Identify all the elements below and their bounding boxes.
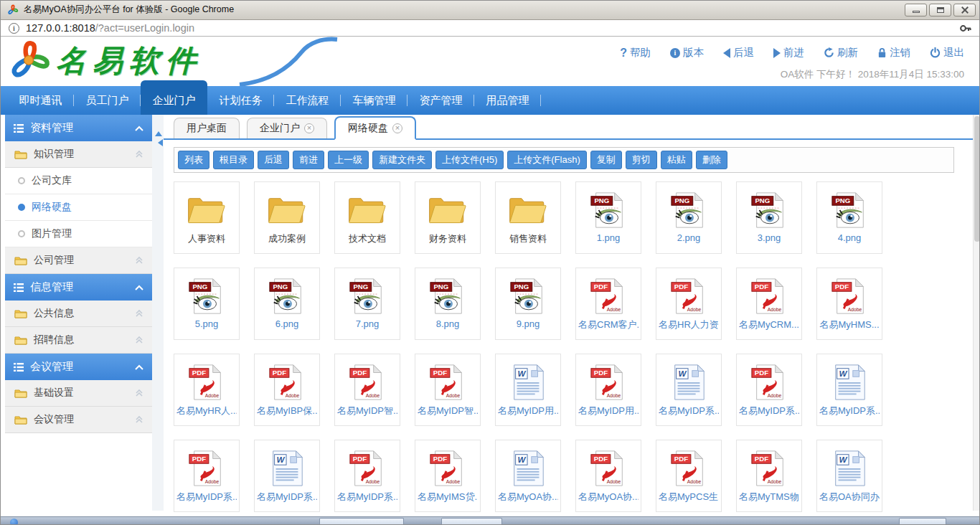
header-link[interactable]: 前进 xyxy=(773,46,804,60)
nav-item[interactable]: 车辆管理 xyxy=(341,86,407,115)
file-item[interactable]: PNG 9.png xyxy=(495,268,561,340)
sidebar-item[interactable]: 基础设置 xyxy=(5,380,152,407)
tab-close-icon[interactable]: × xyxy=(392,123,402,133)
sidebar-splitter[interactable] xyxy=(152,115,164,511)
taskbar-button[interactable] xyxy=(441,518,502,525)
nav-item[interactable]: 工作流程 xyxy=(274,86,341,115)
file-item[interactable]: PNG 4.png xyxy=(816,181,882,254)
header-link[interactable]: 刷新 xyxy=(824,46,858,60)
file-item[interactable]: PNG 8.png xyxy=(415,268,481,340)
file-item[interactable]: PNG 5.png xyxy=(174,268,240,340)
file-item[interactable]: PDF Adobe 名易MyIDP系... xyxy=(334,440,400,512)
header-link[interactable]: 注销 xyxy=(877,46,910,60)
header-link[interactable]: 退出 xyxy=(930,46,964,60)
sidebar-item-label: 公共信息 xyxy=(34,307,74,320)
file-item[interactable]: 成功案例 xyxy=(254,181,320,254)
toolbar-button[interactable]: 粘贴 xyxy=(661,151,692,169)
file-item[interactable]: 财务资料 xyxy=(415,181,481,254)
file-item[interactable]: PNG 3.png xyxy=(736,181,802,254)
sidebar-item[interactable]: 公共信息 xyxy=(5,301,152,327)
maximize-button[interactable] xyxy=(929,4,951,16)
header-link-label: 刷新 xyxy=(837,46,858,60)
sidebar-item[interactable]: 招聘信息 xyxy=(5,327,152,354)
start-orb-icon[interactable] xyxy=(10,519,18,525)
file-item[interactable]: 技术文档 xyxy=(334,181,400,254)
header-link[interactable]: ? 帮助 xyxy=(620,46,651,60)
toolbar-button[interactable]: 上传文件(H5) xyxy=(435,151,504,169)
tab-close-icon[interactable]: × xyxy=(304,123,314,133)
pdf-file-icon: PDF Adobe xyxy=(589,449,628,488)
sidebar-item[interactable]: 网络硬盘 xyxy=(5,194,152,221)
file-item[interactable]: PDF Adobe 名易MyIDP智... xyxy=(415,354,481,426)
file-item[interactable]: PDF Adobe 名易MyIDP用... xyxy=(575,354,641,426)
toolbar-button[interactable]: 根目录 xyxy=(213,151,254,169)
file-item[interactable]: 人事资料 xyxy=(174,181,240,254)
file-item[interactable]: PDF Adobe 名易MyTMS物... xyxy=(736,440,802,512)
vertical-scrollbar[interactable] xyxy=(973,115,980,511)
minimize-button[interactable] xyxy=(905,4,927,16)
file-item[interactable]: PDF Adobe 名易MyIDP系... xyxy=(174,440,240,512)
file-item[interactable]: PDF Adobe 名易MyIDP智... xyxy=(334,354,400,426)
toolbar-button[interactable]: 列表 xyxy=(178,151,209,169)
sidebar-item[interactable]: 知识管理 xyxy=(5,141,152,168)
nav-item[interactable]: 资产管理 xyxy=(407,86,474,115)
toolbar-button[interactable]: 前进 xyxy=(293,151,324,169)
file-item[interactable]: W 名易MyIDP系... xyxy=(656,354,722,426)
file-item[interactable]: PNG 6.png xyxy=(254,268,320,340)
toolbar-button[interactable]: 复制 xyxy=(590,151,622,169)
sidebar-item[interactable]: 图片管理 xyxy=(5,221,152,247)
file-item[interactable]: PNG 1.png xyxy=(575,181,641,254)
file-item[interactable]: PDF Adobe 名易MyHMS... xyxy=(816,268,882,340)
file-item[interactable]: PNG 2.png xyxy=(656,181,722,254)
url-field[interactable]: 127.0.0.1:8018/?act=userLogin.login xyxy=(26,22,194,34)
file-item[interactable]: PDF Adobe 名易MyCRM... xyxy=(736,268,802,340)
collapse-up-arrow[interactable] xyxy=(155,128,162,136)
sidebar-item[interactable]: 会议管理 xyxy=(5,354,152,380)
toolbar-button[interactable]: 后退 xyxy=(258,151,289,169)
page-info-icon[interactable]: i xyxy=(9,23,19,34)
list-icon xyxy=(14,124,24,133)
file-item[interactable]: PNG 7.png xyxy=(334,268,400,340)
file-item[interactable]: W 名易MyIDP用... xyxy=(495,354,561,426)
sidebar-item[interactable]: 信息管理 xyxy=(5,274,152,301)
toolbar-button[interactable]: 上一级 xyxy=(328,151,369,169)
nav-item[interactable]: 即时通讯 xyxy=(7,86,74,115)
file-item[interactable]: PDF Adobe 名易MyIDP系... xyxy=(736,354,802,426)
scrollbar-thumb[interactable] xyxy=(974,116,980,242)
content-tab[interactable]: 企业门户 × xyxy=(247,118,327,138)
file-item[interactable]: 销售资料 xyxy=(495,181,561,254)
taskbar-button[interactable] xyxy=(899,518,946,525)
file-item[interactable]: PDF Adobe 名易MyOA协... xyxy=(575,440,641,512)
file-item[interactable]: PDF Adobe 名易MyHR人... xyxy=(174,354,240,426)
file-item[interactable]: W 名易OA协同办... xyxy=(816,440,882,512)
content-tab[interactable]: 用户桌面 xyxy=(174,118,240,138)
header-link[interactable]: 后退 xyxy=(723,46,754,60)
file-item[interactable]: PDF Adobe 名易MyPCS生... xyxy=(656,440,722,512)
header-link[interactable]: i 版本 xyxy=(670,46,704,60)
file-item[interactable]: W 名易MyIDP系... xyxy=(254,440,320,512)
content-tab[interactable]: 网络硬盘 × xyxy=(334,116,416,140)
nav-item[interactable]: 用品管理 xyxy=(474,86,541,115)
header-link-label: 前进 xyxy=(783,46,804,60)
file-item[interactable]: PDF Adobe 名易HR人力资... xyxy=(656,268,722,340)
toolbar-button[interactable]: 上传文件(Flash) xyxy=(507,151,586,169)
sidebar-item[interactable]: 公司管理 xyxy=(5,247,152,274)
file-item[interactable]: W 名易MyOA协... xyxy=(495,440,561,512)
nav-item[interactable]: 企业门户 xyxy=(141,80,207,115)
toolbar-button[interactable]: 删除 xyxy=(696,151,727,169)
toolbar-button[interactable]: 剪切 xyxy=(626,151,657,169)
close-button[interactable] xyxy=(953,4,976,16)
nav-item[interactable]: 员工门户 xyxy=(74,86,141,115)
nav-item[interactable]: 计划任务 xyxy=(207,86,274,115)
taskbar-button[interactable] xyxy=(319,518,404,525)
sidebar-item[interactable]: 会议管理 xyxy=(5,407,152,433)
file-item[interactable]: PDF Adobe 名易MyIBP保... xyxy=(254,354,320,426)
key-icon[interactable] xyxy=(959,22,971,34)
toolbar-button[interactable]: 新建文件夹 xyxy=(372,151,432,169)
sidebar-item[interactable]: 公司文库 xyxy=(5,168,152,194)
file-item[interactable]: PDF Adobe 名易CRM客户... xyxy=(575,268,641,340)
file-item[interactable]: W 名易MyIDP系... xyxy=(816,354,882,426)
collapse-left-arrow[interactable] xyxy=(154,139,163,146)
file-item[interactable]: PDF Adobe 名易MyIMS贷... xyxy=(415,440,481,512)
sidebar-item[interactable]: 资料管理 xyxy=(5,115,152,141)
